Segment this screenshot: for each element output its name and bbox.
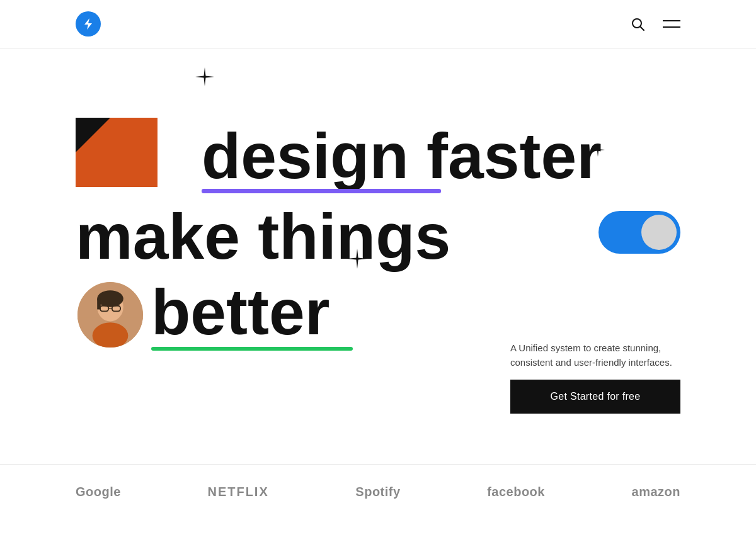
svg-point-10: [97, 290, 123, 307]
star-decoration-mid: [347, 249, 367, 271]
header: [0, 0, 756, 48]
header-right: [630, 16, 680, 31]
menu-icon: [663, 18, 680, 30]
brand-spotify: Spotify: [355, 485, 400, 499]
star-decoration-right: [591, 143, 605, 160]
search-button[interactable]: [630, 16, 645, 31]
toggle-visual: [598, 211, 680, 254]
headline-line1: design faster: [76, 124, 680, 188]
hero-section: design faster make things: [0, 48, 756, 464]
purple-underline: [202, 189, 441, 193]
logo-icon: [76, 11, 101, 37]
brand-amazon: amazon: [632, 485, 680, 499]
search-icon: [630, 16, 645, 31]
headline: design faster make things: [76, 80, 680, 349]
logo: [76, 11, 101, 37]
menu-button[interactable]: [663, 18, 680, 30]
headline-line3: better: [151, 280, 329, 344]
svg-line-2: [641, 27, 644, 31]
toggle-decoration: [598, 211, 680, 254]
hero-subtitle: A Unified system to create stunning, con…: [510, 341, 680, 370]
avatar: [76, 280, 145, 349]
headline-line3-wrap: better: [76, 280, 680, 349]
right-panel: A Unified system to create stunning, con…: [510, 341, 680, 414]
green-underline: [151, 347, 353, 351]
brand-google: Google: [76, 485, 121, 499]
svg-point-15: [93, 322, 129, 348]
brand-facebook: facebook: [487, 485, 545, 499]
svg-marker-0: [84, 18, 92, 30]
headline-line2: make things: [76, 205, 680, 269]
brands-bar: Google NETFLIX Spotify facebook amazon: [0, 464, 756, 519]
brand-netflix: NETFLIX: [207, 485, 268, 499]
toggle-knob: [641, 215, 677, 250]
cta-button[interactable]: Get Started for free: [510, 380, 680, 414]
